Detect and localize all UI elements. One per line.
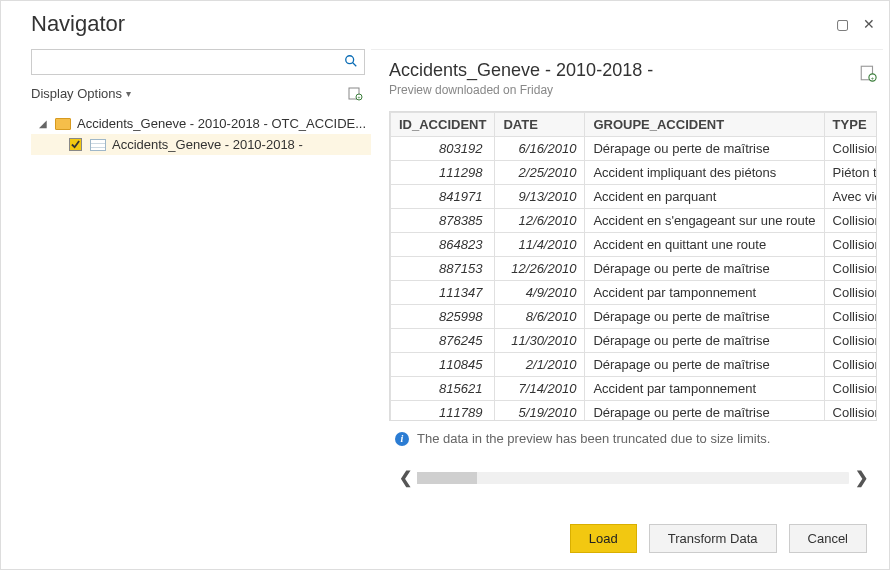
cell-group: Accident par tamponnement — [585, 281, 824, 305]
svg-text:+: + — [871, 75, 874, 81]
cell-id: 841971 — [391, 185, 495, 209]
search-icon[interactable] — [344, 54, 358, 71]
cell-type: Avec violation d — [824, 185, 877, 209]
table-row[interactable]: 8156217/14/2010Accident par tamponnement… — [391, 377, 878, 401]
cell-date: 11/30/2010 — [495, 329, 585, 353]
cell-group: Accident en quittant une route — [585, 233, 824, 257]
close-icon[interactable]: ✕ — [863, 17, 875, 31]
table-row[interactable]: 86482311/4/2010Accident en quittant une … — [391, 233, 878, 257]
cell-type: Collision avec u — [824, 137, 877, 161]
transform-data-button[interactable]: Transform Data — [649, 524, 777, 553]
refresh-icon[interactable]: + — [347, 85, 363, 101]
cell-type: Collision en obli — [824, 233, 877, 257]
cell-date: 12/26/2010 — [495, 257, 585, 281]
search-input[interactable] — [38, 51, 344, 73]
maximize-icon[interactable]: ▢ — [836, 17, 849, 31]
folder-icon — [55, 118, 71, 130]
cell-date: 9/13/2010 — [495, 185, 585, 209]
cell-date: 5/19/2010 — [495, 401, 585, 422]
svg-text:+: + — [358, 94, 361, 100]
cell-type: Collision avec u — [824, 377, 877, 401]
table-row[interactable]: 8031926/16/2010Dérapage ou perte de maît… — [391, 137, 878, 161]
cancel-button[interactable]: Cancel — [789, 524, 867, 553]
table-row[interactable]: 1112982/25/2010Accident impliquant des p… — [391, 161, 878, 185]
cell-date: 2/25/2010 — [495, 161, 585, 185]
preview-title: Accidents_Geneve - 2010-2018 - — [389, 60, 859, 81]
cell-date: 4/9/2010 — [495, 281, 585, 305]
cell-id: 878385 — [391, 209, 495, 233]
truncation-message: The data in the preview has been truncat… — [417, 431, 770, 446]
preview-grid[interactable]: ID_ACCIDENT DATE GROUPE_ACCIDENT TYPE 80… — [389, 111, 877, 421]
scroll-thumb[interactable] — [417, 472, 477, 484]
cell-type: Collision avec u — [824, 353, 877, 377]
col-groupe-accident[interactable]: GROUPE_ACCIDENT — [585, 113, 824, 137]
cell-id: 803192 — [391, 137, 495, 161]
dialog-title: Navigator — [31, 11, 836, 37]
cell-type: Collision avec u — [824, 305, 877, 329]
info-icon: i — [395, 432, 409, 446]
cell-group: Accident par tamponnement — [585, 377, 824, 401]
tree-root-label: Accidents_Geneve - 2010-2018 - OTC_ACCID… — [77, 116, 366, 131]
col-id-accident[interactable]: ID_ACCIDENT — [391, 113, 495, 137]
preview-refresh-icon[interactable]: + — [859, 64, 877, 82]
cell-type: Piéton touché p — [824, 161, 877, 185]
cell-date: 7/14/2010 — [495, 377, 585, 401]
display-options-button[interactable]: Display Options — [31, 86, 122, 101]
cell-id: 825998 — [391, 305, 495, 329]
svg-line-1 — [353, 62, 357, 66]
cell-id: 864823 — [391, 233, 495, 257]
table-row[interactable]: 1113474/9/2010Accident par tamponnementC… — [391, 281, 878, 305]
svg-point-0 — [346, 55, 354, 63]
cell-id: 110845 — [391, 353, 495, 377]
cell-date: 2/1/2010 — [495, 353, 585, 377]
scroll-track[interactable] — [417, 472, 849, 484]
col-date[interactable]: DATE — [495, 113, 585, 137]
navigator-tree: ◢ Accidents_Geneve - 2010-2018 - OTC_ACC… — [31, 113, 371, 155]
tree-item-accidents-geneve[interactable]: Accidents_Geneve - 2010-2018 - — [31, 134, 371, 155]
cell-group: Dérapage ou perte de maîtrise — [585, 353, 824, 377]
cell-id: 111298 — [391, 161, 495, 185]
chevron-down-icon[interactable]: ▾ — [126, 88, 131, 99]
scroll-right-icon[interactable]: ❯ — [849, 468, 873, 487]
caret-down-icon[interactable]: ◢ — [39, 118, 49, 129]
tree-item-label: Accidents_Geneve - 2010-2018 - — [112, 137, 303, 152]
cell-id: 815621 — [391, 377, 495, 401]
cell-group: Dérapage ou perte de maîtrise — [585, 257, 824, 281]
cell-group: Accident impliquant des piétons — [585, 161, 824, 185]
cell-id: 111347 — [391, 281, 495, 305]
horizontal-scrollbar[interactable]: ❮ ❯ — [389, 466, 877, 489]
cell-date: 12/6/2010 — [495, 209, 585, 233]
cell-type: Collision avec u — [824, 257, 877, 281]
tree-item-checkbox[interactable] — [69, 138, 82, 151]
table-row[interactable]: 87838512/6/2010Accident en s'engageant s… — [391, 209, 878, 233]
cell-id: 111789 — [391, 401, 495, 422]
load-button[interactable]: Load — [570, 524, 637, 553]
table-row[interactable]: 8259988/6/2010Dérapage ou perte de maîtr… — [391, 305, 878, 329]
table-row[interactable]: 87624511/30/2010Dérapage ou perte de maî… — [391, 329, 878, 353]
cell-type: Collision avec u — [824, 329, 877, 353]
cell-group: Dérapage ou perte de maîtrise — [585, 305, 824, 329]
table-icon — [90, 139, 106, 151]
cell-group: Accident en s'engageant sur une route — [585, 209, 824, 233]
cell-type: Collision avec u — [824, 281, 877, 305]
cell-group: Dérapage ou perte de maîtrise — [585, 401, 824, 422]
table-row[interactable]: 1117895/19/2010Dérapage ou perte de maît… — [391, 401, 878, 422]
tree-folder-root[interactable]: ◢ Accidents_Geneve - 2010-2018 - OTC_ACC… — [31, 113, 371, 134]
cell-date: 6/16/2010 — [495, 137, 585, 161]
table-row[interactable]: 88715312/26/2010Dérapage ou perte de maî… — [391, 257, 878, 281]
cell-date: 8/6/2010 — [495, 305, 585, 329]
cell-type: Collision en s'er — [824, 209, 877, 233]
preview-subtitle: Preview downloaded on Friday — [389, 83, 859, 97]
table-row[interactable]: 1108452/1/2010Dérapage ou perte de maîtr… — [391, 353, 878, 377]
table-header-row: ID_ACCIDENT DATE GROUPE_ACCIDENT TYPE — [391, 113, 878, 137]
cell-id: 876245 — [391, 329, 495, 353]
col-type[interactable]: TYPE — [824, 113, 877, 137]
cell-type: Collision avec u — [824, 401, 877, 422]
cell-group: Accident en parquant — [585, 185, 824, 209]
search-box[interactable] — [31, 49, 365, 75]
table-row[interactable]: 8419719/13/2010Accident en parquantAvec … — [391, 185, 878, 209]
cell-id: 887153 — [391, 257, 495, 281]
cell-group: Dérapage ou perte de maîtrise — [585, 329, 824, 353]
scroll-left-icon[interactable]: ❮ — [393, 468, 417, 487]
cell-group: Dérapage ou perte de maîtrise — [585, 137, 824, 161]
